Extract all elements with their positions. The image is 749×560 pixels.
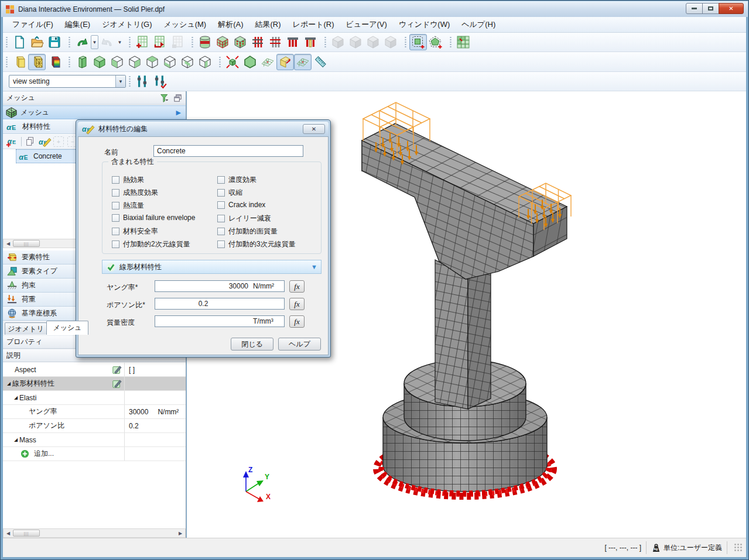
clip-box5-button[interactable] bbox=[179, 54, 196, 70]
scroll-left-icon[interactable]: ◀ bbox=[4, 239, 13, 248]
menu-geometry[interactable]: ジオメトリ(G) bbox=[96, 17, 158, 32]
add-analysis-button[interactable] bbox=[134, 34, 151, 50]
menu-report[interactable]: レポート(R) bbox=[287, 17, 340, 32]
checkbox-biaxial-failure[interactable]: Biaxial failure envelope bbox=[112, 214, 195, 222]
show-prism-button[interactable] bbox=[73, 54, 91, 70]
expander-icon[interactable]: ◢ bbox=[12, 437, 19, 442]
detach-panel-icon[interactable] bbox=[173, 94, 182, 102]
clip-box3-button[interactable] bbox=[143, 54, 161, 70]
property-row-poisson[interactable]: ポアソン比 0.2 bbox=[3, 419, 186, 433]
report-sheet-button[interactable] bbox=[169, 34, 186, 50]
checkbox-heat-flow[interactable]: 熱流量 bbox=[112, 201, 144, 211]
view-setting-combobox[interactable]: view setting ▼ bbox=[9, 75, 126, 88]
dialog-title-bar[interactable]: 材料特性の編集 ✕ bbox=[78, 122, 329, 136]
checkbox-crack-index[interactable]: Crack index bbox=[217, 201, 265, 209]
minimize-button[interactable] bbox=[686, 3, 703, 14]
render-contour-button[interactable] bbox=[46, 54, 63, 70]
clip-plane-button[interactable] bbox=[276, 54, 294, 70]
select-polygon-button[interactable] bbox=[427, 34, 444, 50]
menu-file[interactable]: ファイル(F) bbox=[6, 17, 59, 32]
property-row-aspect[interactable]: Aspect [ ] bbox=[3, 363, 186, 377]
checkbox-concentration-effects[interactable]: 濃度効果 bbox=[217, 175, 256, 185]
mesh-block-button[interactable] bbox=[214, 34, 231, 50]
mass-density-input[interactable]: T/mm³ bbox=[155, 315, 285, 327]
checkbox-maturity-effects[interactable]: 成熟度効果 bbox=[112, 188, 158, 198]
menu-viewer[interactable]: ビューア(V) bbox=[340, 17, 393, 32]
checkbox-rayleigh-damping[interactable]: レイリー減衰 bbox=[217, 214, 271, 224]
menu-analysis[interactable]: 解析(A) bbox=[212, 17, 249, 32]
property-row-add[interactable]: 追加... bbox=[3, 447, 186, 461]
scroll-thumb[interactable]: ||| bbox=[13, 530, 40, 537]
filter-funnel-icon[interactable] bbox=[160, 93, 170, 103]
restore-button[interactable] bbox=[702, 3, 719, 14]
display-options-apply-button[interactable] bbox=[151, 73, 169, 90]
clip-box1-button[interactable] bbox=[108, 54, 126, 70]
clip-box2-button[interactable] bbox=[126, 54, 143, 70]
checkbox-added-face-mass[interactable]: 付加動的面質量 bbox=[217, 226, 278, 236]
mass-density-fx-button[interactable]: fx bbox=[289, 315, 305, 328]
expander-icon[interactable]: ◢ bbox=[5, 381, 12, 386]
property-row-youngs-modulus[interactable]: ヤング率 30000N/mm² bbox=[3, 405, 186, 419]
shape-cylinder-button[interactable] bbox=[196, 34, 214, 50]
shrink-elements-button[interactable] bbox=[224, 54, 241, 70]
render-mesh-button[interactable] bbox=[28, 54, 46, 70]
checkbox-shrinkage[interactable]: 収縮 bbox=[217, 188, 242, 198]
clip-box4-button[interactable] bbox=[161, 54, 179, 70]
edit-material-button[interactable] bbox=[37, 135, 52, 148]
block-op2-button[interactable] bbox=[347, 34, 364, 50]
poisson-input[interactable]: 0.2 bbox=[155, 298, 285, 310]
show-mesh-grid-button[interactable] bbox=[259, 54, 276, 70]
menu-help[interactable]: ヘルプ(H) bbox=[456, 17, 501, 32]
select-rectangle-button[interactable] bbox=[409, 34, 427, 50]
linear-material-section-header[interactable]: 線形材料特性 ▼ bbox=[102, 260, 322, 274]
add-material-button[interactable] bbox=[5, 135, 19, 148]
menu-edit[interactable]: 編集(E) bbox=[59, 17, 96, 32]
tab-mesh[interactable]: メッシュ bbox=[46, 321, 88, 335]
block-op3-button[interactable] bbox=[364, 34, 382, 50]
show-internal-button[interactable] bbox=[241, 54, 259, 70]
redo-dropdown[interactable]: ▼ bbox=[116, 35, 124, 50]
property-row-linear-material[interactable]: ◢ 線形材料特性 bbox=[3, 377, 186, 391]
tab-geometry[interactable]: ジオメトリ bbox=[5, 322, 47, 335]
material-tree-item-concrete[interactable]: Concrete bbox=[16, 149, 85, 163]
close-dialog-button[interactable]: 閉じる bbox=[231, 338, 273, 351]
block-op1-button[interactable] bbox=[329, 34, 347, 50]
close-button[interactable]: ✕ bbox=[719, 3, 744, 14]
menu-window[interactable]: ウィンドウ(W) bbox=[393, 17, 456, 32]
clip-box6-button[interactable] bbox=[196, 54, 214, 70]
expander-icon[interactable]: ◢ bbox=[12, 395, 19, 400]
list-item-mesh[interactable]: メッシュ ▶ bbox=[3, 105, 186, 119]
pile-group-button[interactable] bbox=[284, 34, 302, 50]
youngs-modulus-fx-button[interactable]: fx bbox=[289, 280, 305, 293]
render-solid-button[interactable] bbox=[11, 54, 28, 70]
mesh-seed-button[interactable] bbox=[231, 34, 249, 50]
resize-grip[interactable] bbox=[734, 544, 743, 552]
reinforcement-bars-button[interactable] bbox=[266, 34, 284, 50]
checkbox-added-3d-line-mass[interactable]: 付加動的3次元線質量 bbox=[217, 239, 296, 249]
scroll-thumb[interactable]: ||| bbox=[13, 240, 40, 247]
show-cube-button[interactable] bbox=[91, 54, 108, 70]
property-row-mass[interactable]: ◢ Mass bbox=[3, 433, 186, 447]
menu-mesh[interactable]: メッシュ(M) bbox=[158, 17, 212, 32]
collapse-triangle-icon[interactable]: ▼ bbox=[311, 263, 317, 270]
open-project-button[interactable] bbox=[28, 34, 46, 50]
new-document-button[interactable] bbox=[11, 34, 28, 50]
dialog-close-button[interactable]: ✕ bbox=[303, 124, 325, 134]
checkbox-material-safety[interactable]: 材料安全率 bbox=[112, 226, 158, 236]
youngs-modulus-input[interactable]: 30000 N/mm² bbox=[155, 280, 285, 292]
checkbox-thermal-effects[interactable]: 熱効果 bbox=[112, 175, 144, 185]
copy-material-button[interactable] bbox=[23, 135, 37, 148]
display-options-button[interactable] bbox=[134, 73, 151, 90]
redo-button[interactable] bbox=[98, 34, 116, 50]
scroll-left-icon[interactable]: ◀ bbox=[4, 529, 13, 537]
property-row-elasti[interactable]: ◢ Elasti bbox=[3, 391, 186, 405]
checkbox-added-2d-line-mass[interactable]: 付加動的2次元線質量 bbox=[112, 239, 190, 249]
measure-button[interactable] bbox=[312, 54, 329, 70]
reinforcement-grid-button[interactable] bbox=[249, 34, 266, 50]
pile-group2-button[interactable] bbox=[302, 34, 319, 50]
selection-table-button[interactable] bbox=[454, 34, 472, 50]
add-plus-icon[interactable] bbox=[20, 449, 29, 458]
poisson-fx-button[interactable]: fx bbox=[289, 298, 305, 310]
expand-arrow-icon[interactable]: ▶ bbox=[176, 109, 181, 116]
edit-pencil-icon[interactable] bbox=[112, 379, 122, 389]
